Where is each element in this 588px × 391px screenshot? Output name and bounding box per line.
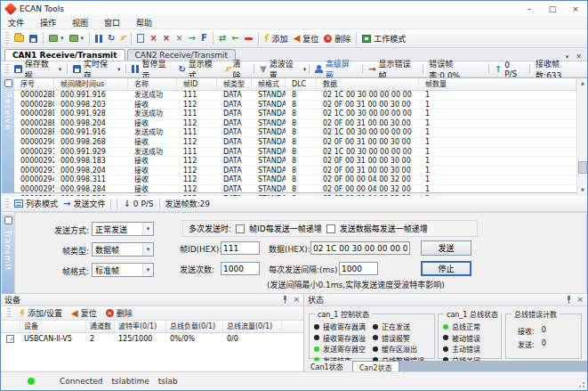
pin-icon[interactable] [282,296,288,304]
table-row[interactable]: 0000028F 000.991.916 发送成功 111 DATA STAND… [14,128,576,138]
send-file-button[interactable]: →发送文件 [60,197,108,210]
device-checkbox[interactable]: ✓ [6,335,14,343]
menu-item[interactable]: 操作 [40,17,56,29]
toolbar-grip[interactable] [7,308,11,318]
table-row[interactable]: 0000028C 000.998.203 接收 112 DATA STANDAR… [14,101,576,110]
delete-frame-button[interactable]: × [160,33,173,44]
person-icon [315,65,323,73]
scroll-up-icon[interactable]: ▲ [577,78,588,87]
column-header[interactable]: DLC [286,78,317,90]
table-row[interactable]: 0000028D 000.991.928 发送成功 111 DATA STAND… [14,110,576,119]
column-header[interactable]: 总线流量(0/1) [223,321,282,332]
table-row[interactable]: 0000028B 000.991.916 发送成功 111 DATA STAND… [14,91,576,101]
frame-type-select[interactable]: 数据帧▾ [92,242,154,257]
scrollbar-thumb[interactable] [578,161,587,174]
column-header[interactable]: 设备 [20,321,86,332]
column-header[interactable]: 帧类型 [217,78,252,90]
column-header[interactable]: 总线负载(0/1) [166,321,223,332]
table-row[interactable]: 00000290 000.998.268 接收 112 DATA STANDAR… [14,138,576,148]
device-reset-button[interactable]: ◀复位 [68,306,100,320]
column-header[interactable]: 帧ID [177,78,217,90]
table-row[interactable]: 00000295 000.998.284 接收 112 DATA STANDAR… [14,185,576,195]
cell-frame-id: 112 [177,185,217,194]
reset-device-button[interactable]: ◀复位 [291,32,322,45]
paste-button[interactable]: → [186,33,198,44]
cell-name: 发送成功 [128,91,177,100]
toolbar-grip[interactable] [5,32,9,45]
menu-item[interactable]: 窗口 [104,17,120,29]
column-header[interactable]: 名称 [128,78,177,90]
menu-item[interactable]: 视图 [72,17,88,29]
data-hex-input[interactable] [310,241,410,255]
connection-status-icon [28,378,35,385]
stop-button[interactable]: 停止 [421,261,471,276]
cell-frame-id: 112 [177,175,217,184]
list-mode-icon [14,200,23,208]
transmit-side-tab[interactable]: Transmit [2,215,14,294]
column-header[interactable]: 帧间隔时间us [54,78,128,90]
frame-format-select[interactable]: 标准帧▾ [92,263,154,277]
menu-item[interactable]: 文件 [8,17,24,29]
function-button[interactable]: F [198,33,210,44]
maximize-button[interactable]: □ [541,1,564,16]
minimize-button[interactable]: – [518,1,541,16]
toolbar-grip[interactable] [5,199,9,209]
stop-bus-button[interactable] [242,37,255,41]
device-open-button[interactable]: ▾ [46,34,67,43]
increment-id-checkbox[interactable] [236,224,245,233]
refresh-button[interactable]: ↻ [105,33,117,44]
table-row[interactable]: 00000291 000.991.929 发送成功 111 DATA STAND… [14,148,576,158]
column-header[interactable]: 波特率(0/1) [115,321,166,332]
interval-input[interactable] [339,262,378,275]
cell-frame-id: 111 [177,148,217,157]
resize-grip[interactable] [579,382,584,387]
pause-button[interactable] [93,34,105,44]
edit-frame-button[interactable]: × [147,33,159,44]
column-header[interactable]: 帧数量 [419,78,576,90]
open-file-button[interactable] [12,34,27,43]
column-header[interactable]: 帧格式 [252,78,286,90]
menu-item[interactable]: 帮助 [136,17,152,29]
delete-device-button[interactable]: ×删除 [321,32,353,45]
device-add-settings-button[interactable]: 添加/设置 [17,306,65,320]
receive-side-tab[interactable]: Receive [2,77,14,193]
device-table-rows: ✓ USBCAN-II-V5 2 125/1000 0%/0% 0/0 [1,333,303,371]
increment-data-checkbox[interactable] [326,224,335,233]
save-file-button[interactable] [27,34,40,44]
work-mode-button[interactable]: 工作模式 [359,32,408,45]
column-header[interactable]: 数据 [317,78,419,90]
back-button[interactable]: ← [229,33,241,44]
vertical-scrollbar[interactable]: ▲ ▼ [576,78,587,194]
clear-button[interactable] [117,33,128,44]
column-header[interactable]: 通道数 [86,321,115,332]
cut-button[interactable]: × [173,33,185,44]
loopback-button[interactable]: ⇄ [216,33,229,44]
column-header[interactable]: 序号 [14,78,54,90]
table-row[interactable]: 00000293 000.998.204 接收 112 DATA STANDAR… [14,167,576,176]
close-button[interactable]: × [564,1,587,16]
toolbar-overflow-caret-icon[interactable]: ▾ [303,66,307,73]
toolbar-grip[interactable] [5,64,9,75]
table-row[interactable]: 00000292 000.998.183 接收 112 DATA STANDAR… [14,157,576,167]
device-delete-button[interactable]: ×删除 [103,306,135,320]
cell-frame-type: DATA [217,110,252,118]
cell-frame-type: DATA [217,119,252,128]
add-device-button[interactable]: 添加 [262,32,291,45]
close-panel-icon[interactable]: × [576,296,584,304]
copy-frame-button[interactable] [134,33,147,44]
scroll-down-icon[interactable]: ▼ [577,185,588,194]
send-button[interactable]: 发送 [421,240,471,256]
device-close-button[interactable]: ▾ [67,34,87,43]
cell-interval: 000.991.916 [54,128,128,137]
frame-id-input[interactable] [221,241,260,255]
table-row[interactable]: 00000294 000.998.311 接收 112 DATA STANDAR… [14,175,576,185]
list-mode-button[interactable]: 列表模式 [12,197,60,210]
table-row[interactable]: 0000028E 000.998.204 接收 112 DATA STANDAR… [14,119,576,129]
device-row[interactable]: ✓ USBCAN-II-V5 2 125/1000 0%/0% 0/0 [1,333,303,346]
cell-data: 02 1C 00 30 00 00 00 00 [317,128,419,137]
send-mode-select[interactable]: 正常发送▾ [92,222,154,236]
pin-icon[interactable] [566,296,572,304]
close-panel-icon[interactable]: × [293,296,300,304]
send-count-input[interactable] [221,262,260,275]
status-dot [373,324,378,330]
